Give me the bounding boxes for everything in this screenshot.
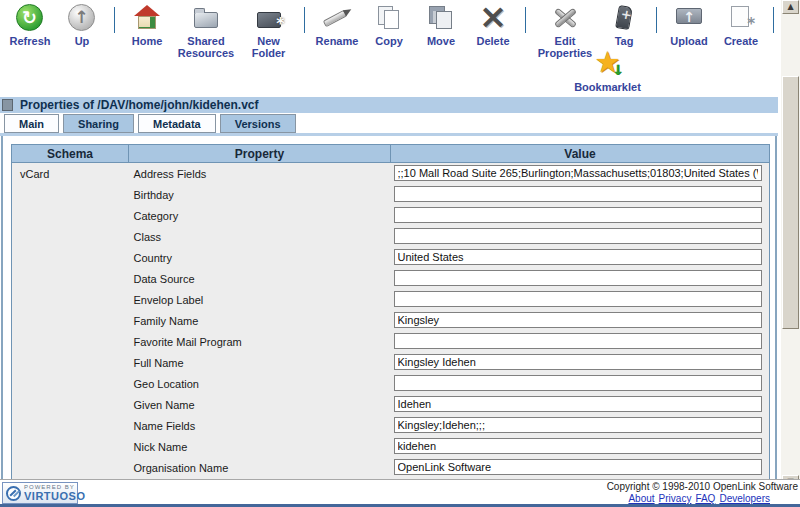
toolbar-button-up[interactable]: Up [56, 3, 108, 47]
schema-cell [12, 184, 129, 205]
value-input-data-source[interactable] [394, 270, 762, 286]
schema-cell [12, 289, 129, 310]
vertical-scrollbar[interactable]: ▲ ▼ [781, 0, 800, 489]
property-cell: Address Fields [129, 163, 391, 184]
scrollbar-thumb[interactable] [782, 76, 799, 329]
value-input-organisation-name[interactable] [394, 459, 762, 475]
table-row: Given Name [12, 394, 770, 415]
table-row: Geo Location [12, 373, 770, 394]
toolbar-button-tag[interactable]: Tag [598, 3, 650, 47]
table-row: Full Name [12, 352, 770, 373]
home-icon [130, 3, 164, 33]
schema-cell [12, 226, 129, 247]
property-cell: Full Name [129, 352, 391, 373]
property-cell: Given Name [129, 394, 391, 415]
toolbar-button-delete[interactable]: Delete [467, 3, 519, 47]
value-input-country[interactable] [394, 249, 762, 265]
property-cell: Favorite Mail Program [129, 331, 391, 352]
footer-link-privacy[interactable]: Privacy [659, 493, 692, 504]
scroll-up-button[interactable]: ▲ [782, 0, 799, 14]
value-cell [391, 247, 770, 268]
virtuoso-logo-icon [6, 486, 21, 501]
value-input-full-name[interactable] [394, 354, 762, 370]
tab-main[interactable]: Main [4, 114, 59, 133]
value-cell [391, 226, 770, 247]
property-cell: Nick Name [129, 436, 391, 457]
value-cell [391, 415, 770, 436]
toolbar-button-label: Delete [469, 35, 517, 47]
table-row: Category [12, 205, 770, 226]
toolbar-button-shared-resources[interactable]: Shared Resources [173, 3, 239, 59]
table-row: vCardAddress Fields [12, 163, 770, 184]
tab-versions[interactable]: Versions [220, 114, 296, 133]
schema-cell [12, 247, 129, 268]
value-cell [391, 373, 770, 394]
value-input-envelop-label[interactable] [394, 291, 762, 307]
schema-cell [12, 436, 129, 457]
toolbar-button-create[interactable]: Create [715, 3, 767, 47]
value-cell [391, 436, 770, 457]
tag-icon [607, 3, 641, 33]
table-row: Class [12, 226, 770, 247]
table-row: Favorite Mail Program [12, 331, 770, 352]
footer-link-developers[interactable]: Developers [719, 493, 770, 504]
column-header-property: Property [129, 145, 391, 163]
value-input-category[interactable] [394, 207, 762, 223]
toolbar-button-rename[interactable]: Rename [311, 3, 363, 47]
schema-cell [12, 268, 129, 289]
refresh-icon [13, 3, 47, 33]
toolbar-button-move[interactable]: Move [415, 3, 467, 47]
table-row: Country [12, 247, 770, 268]
property-cell: Class [129, 226, 391, 247]
bookmarklet-label: Bookmarklet [570, 81, 645, 93]
value-cell [391, 184, 770, 205]
virtuoso-logo[interactable]: POWERED BY VIRTUOSO [2, 482, 78, 504]
value-input-nick-name[interactable] [394, 438, 762, 454]
value-input-geo-location[interactable] [394, 375, 762, 391]
table-row: Nick Name [12, 436, 770, 457]
value-input-birthday[interactable] [394, 186, 762, 202]
property-cell: Country [129, 247, 391, 268]
value-input-address-fields[interactable] [394, 165, 762, 181]
title-bar-square-icon [2, 99, 13, 111]
properties-table: SchemaPropertyValue vCardAddress FieldsB… [11, 144, 770, 479]
toolbar-button-label: Up [58, 35, 106, 47]
value-input-favorite-mail-program[interactable] [394, 333, 762, 349]
property-cell: Envelop Label [129, 289, 391, 310]
property-cell: Geo Location [129, 373, 391, 394]
toolbar-button-label: Copy [365, 35, 413, 47]
table-row: Organisation Name [12, 457, 770, 478]
property-cell: Family Name [129, 310, 391, 331]
bookmarklet-button[interactable]: Bookmarklet [570, 50, 645, 93]
schema-cell [12, 352, 129, 373]
schema-cell [12, 457, 129, 478]
tab-metadata[interactable]: Metadata [138, 114, 216, 133]
toolbar-separator [304, 7, 305, 33]
value-input-given-name[interactable] [394, 396, 762, 412]
table-row: Family Name [12, 310, 770, 331]
toolbar-button-new-folder[interactable]: New Folder [239, 3, 298, 59]
column-header-schema: Schema [12, 145, 129, 163]
table-row: Data Source [12, 268, 770, 289]
table-row: Name Fields [12, 415, 770, 436]
footer-link-about[interactable]: About [628, 493, 654, 504]
toolbar-button-upload[interactable]: Upload [663, 3, 715, 47]
tab-sharing[interactable]: Sharing [63, 114, 134, 133]
value-input-class[interactable] [394, 228, 762, 244]
footer-link-faq[interactable]: FAQ [695, 493, 715, 504]
property-cell: Category [129, 205, 391, 226]
toolbar-button-refresh[interactable]: Refresh [4, 3, 56, 47]
copy-pages-icon [372, 3, 406, 33]
toolbar-button-copy[interactable]: Copy [363, 3, 415, 47]
delete-x-icon [476, 3, 510, 33]
metadata-tab-panel: SchemaPropertyValue vCardAddress FieldsB… [1, 136, 777, 479]
value-input-family-name[interactable] [394, 312, 762, 328]
toolbar-button-home[interactable]: Home [121, 3, 173, 47]
value-input-name-fields[interactable] [394, 417, 762, 433]
value-cell [391, 331, 770, 352]
up-arrow-icon [65, 3, 99, 33]
star-icon [591, 50, 625, 80]
webdav-browser-page: RefreshUpHomeShared ResourcesNew FolderR… [0, 0, 800, 507]
footer: POWERED BY VIRTUOSO Copyright © 1998-201… [0, 479, 800, 504]
schema-cell [12, 373, 129, 394]
